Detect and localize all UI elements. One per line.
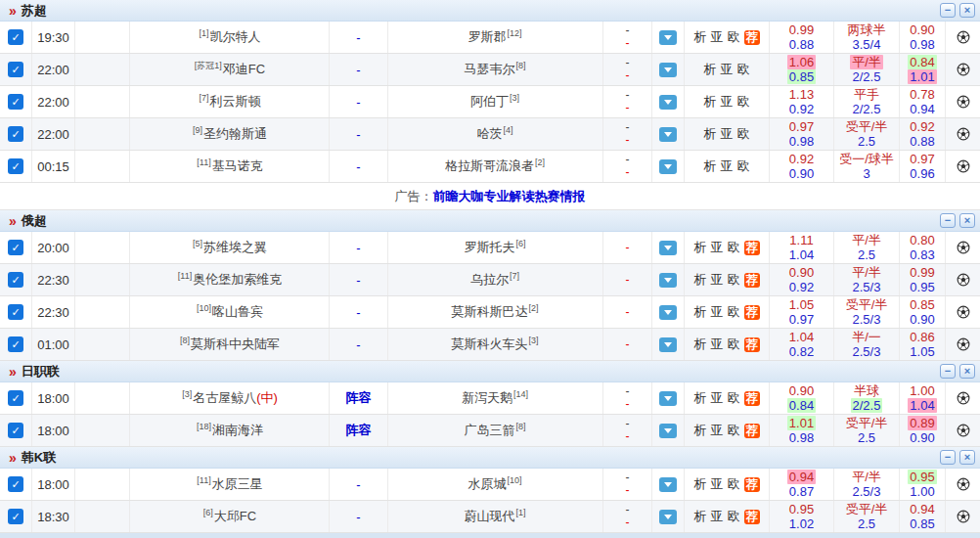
mid-link[interactable]: - [356, 305, 360, 320]
asia-odds-link[interactable]: 亚 [711, 389, 724, 407]
home-team-link[interactable]: [10]喀山鲁宾 [130, 296, 330, 328]
recommend-badge[interactable]: 荐 [744, 391, 760, 406]
match-checkbox[interactable] [8, 336, 23, 352]
recommend-badge[interactable]: 荐 [744, 337, 760, 352]
away-team-link[interactable]: 新泻天鹅[14] [388, 382, 603, 414]
europe-odds-link[interactable]: 欧 [737, 157, 750, 175]
europe-odds-link[interactable]: 欧 [728, 336, 740, 353]
analysis-link[interactable]: 析 [694, 389, 707, 407]
match-checkbox[interactable] [8, 158, 23, 174]
home-team-link[interactable]: [3]名古屋鲸八(中) [130, 382, 330, 414]
europe-odds-link[interactable]: 欧 [728, 28, 740, 46]
analysis-link[interactable]: 析 [694, 336, 707, 353]
asia-odds-link[interactable]: 亚 [711, 422, 724, 439]
expand-dropdown-button[interactable] [659, 510, 677, 524]
asia-odds-link[interactable]: 亚 [711, 475, 724, 493]
away-team-link[interactable]: 哈茨[4] [388, 118, 603, 150]
close-button[interactable]: × [959, 450, 975, 465]
analysis-link[interactable]: 析 [694, 475, 707, 493]
close-button[interactable]: × [959, 364, 975, 379]
home-team-link[interactable]: [苏冠1]邓迪FC [130, 54, 330, 85]
mid-link[interactable]: - [356, 510, 360, 524]
match-checkbox[interactable] [8, 476, 23, 492]
analysis-link[interactable]: 析 [694, 303, 707, 321]
away-team-link[interactable]: 莫斯科火车头[3] [388, 329, 603, 360]
mid-link[interactable]: - [356, 95, 360, 110]
match-checkbox[interactable] [8, 304, 23, 320]
close-button[interactable]: × [959, 3, 975, 18]
analysis-link[interactable]: 析 [694, 28, 707, 46]
recommend-badge[interactable]: 荐 [744, 424, 760, 438]
soccer-ball-icon[interactable] [957, 63, 970, 76]
europe-odds-link[interactable]: 欧 [728, 303, 740, 321]
asia-odds-link[interactable]: 亚 [721, 125, 734, 143]
match-checkbox[interactable] [8, 126, 23, 142]
match-checkbox[interactable] [8, 509, 23, 524]
europe-odds-link[interactable]: 欧 [728, 389, 740, 407]
home-team-link[interactable]: [6]大邱FC [130, 501, 330, 532]
home-team-link[interactable]: [18]湘南海洋 [130, 415, 330, 446]
soccer-ball-icon[interactable] [957, 424, 970, 437]
recommend-badge[interactable]: 荐 [744, 305, 760, 320]
minimize-button[interactable]: − [940, 213, 956, 228]
recommend-badge[interactable]: 荐 [744, 241, 760, 255]
home-team-link[interactable]: [11]水原三星 [130, 469, 330, 500]
expand-dropdown-button[interactable] [659, 391, 677, 406]
away-team-link[interactable]: 乌拉尔[7] [388, 264, 603, 295]
home-team-link[interactable]: [8]莫斯科中央陆军 [130, 329, 330, 360]
soccer-ball-icon[interactable] [957, 30, 970, 44]
away-team-link[interactable]: 广岛三箭[8] [388, 415, 603, 446]
minimize-button[interactable]: − [940, 3, 956, 18]
expand-dropdown-button[interactable] [659, 95, 677, 110]
mid-link[interactable]: 阵容 [346, 389, 372, 407]
home-team-link[interactable]: [11]基马诺克 [130, 151, 330, 182]
soccer-ball-icon[interactable] [957, 159, 970, 173]
mid-link[interactable]: - [356, 337, 360, 352]
home-team-link[interactable]: [9]圣约翰斯通 [130, 118, 330, 150]
europe-odds-link[interactable]: 欧 [737, 93, 750, 111]
analysis-link[interactable]: 析 [704, 125, 717, 143]
match-checkbox[interactable] [8, 29, 23, 45]
recommend-badge[interactable]: 荐 [744, 273, 760, 288]
expand-dropdown-button[interactable] [659, 273, 677, 288]
away-team-link[interactable]: 蔚山现代[1] [388, 501, 603, 532]
away-team-link[interactable]: 阿伯丁[3] [388, 86, 603, 117]
soccer-ball-icon[interactable] [957, 241, 970, 254]
analysis-link[interactable]: 析 [694, 422, 707, 439]
minimize-button[interactable]: − [940, 364, 956, 379]
europe-odds-link[interactable]: 欧 [728, 239, 740, 256]
away-team-link[interactable]: 马瑟韦尔[8] [388, 54, 603, 85]
asia-odds-link[interactable]: 亚 [711, 303, 724, 321]
soccer-ball-icon[interactable] [957, 337, 970, 351]
ad-link[interactable]: 前瞻大咖专业解读热赛情报 [433, 188, 586, 205]
match-checkbox[interactable] [8, 240, 23, 255]
expand-dropdown-button[interactable] [659, 305, 677, 320]
mid-link[interactable]: - [356, 127, 360, 142]
soccer-ball-icon[interactable] [957, 273, 970, 287]
soccer-ball-icon[interactable] [957, 95, 970, 109]
europe-odds-link[interactable]: 欧 [728, 422, 740, 439]
match-checkbox[interactable] [8, 272, 23, 288]
mid-link[interactable]: - [356, 63, 360, 77]
analysis-link[interactable]: 析 [694, 271, 707, 289]
soccer-ball-icon[interactable] [957, 477, 970, 491]
soccer-ball-icon[interactable] [957, 391, 970, 405]
europe-odds-link[interactable]: 欧 [728, 475, 740, 493]
recommend-badge[interactable]: 荐 [744, 477, 760, 492]
mid-link[interactable]: - [356, 241, 360, 255]
expand-dropdown-button[interactable] [659, 63, 677, 77]
home-team-link[interactable]: [1]凯尔特人 [130, 22, 330, 53]
match-checkbox[interactable] [8, 94, 23, 110]
recommend-badge[interactable]: 荐 [744, 30, 760, 45]
recommend-badge[interactable]: 荐 [744, 510, 760, 524]
mid-link[interactable]: - [356, 477, 360, 492]
match-checkbox[interactable] [8, 423, 23, 438]
away-team-link[interactable]: 罗斯托夫[6] [388, 232, 603, 263]
home-team-link[interactable]: [7]利云斯顿 [130, 86, 330, 117]
mid-link[interactable]: 阵容 [346, 422, 372, 439]
expand-dropdown-button[interactable] [659, 159, 677, 174]
away-team-link[interactable]: 莫斯科斯巴达[2] [388, 296, 603, 328]
mid-link[interactable]: - [356, 159, 360, 174]
europe-odds-link[interactable]: 欧 [737, 125, 750, 143]
home-team-link[interactable]: [11]奥伦堡加索维克 [130, 264, 330, 295]
